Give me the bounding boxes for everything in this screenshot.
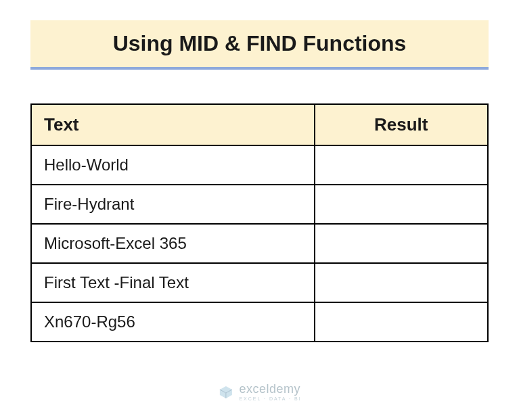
cell-result	[315, 224, 489, 263]
cell-text: Fire-Hydrant	[31, 185, 315, 224]
table-row: Microsoft-Excel 365	[31, 224, 488, 263]
table-row: Xn670-Rg56	[31, 302, 488, 342]
cell-result	[315, 302, 489, 342]
title-banner: Using MID & FIND Functions	[30, 20, 489, 70]
cell-text: Microsoft-Excel 365	[31, 224, 315, 263]
watermark-text: exceldemy EXCEL · DATA · BI	[239, 383, 301, 401]
header-text: Text	[31, 104, 315, 145]
table-row: Hello-World	[31, 145, 488, 185]
exceldemy-logo-icon	[217, 384, 233, 400]
watermark: exceldemy EXCEL · DATA · BI	[217, 383, 301, 401]
cell-text: Hello-World	[31, 145, 315, 185]
table-row: First Text -Final Text	[31, 263, 488, 302]
page-title: Using MID & FIND Functions	[30, 31, 489, 56]
header-result: Result	[315, 104, 489, 145]
cell-text: Xn670-Rg56	[31, 302, 315, 342]
cell-result	[315, 263, 489, 302]
cell-result	[315, 185, 489, 224]
table-header-row: Text Result	[31, 104, 488, 145]
cell-text: First Text -Final Text	[31, 263, 315, 302]
cell-result	[315, 145, 489, 185]
watermark-tagline: EXCEL · DATA · BI	[239, 396, 301, 401]
watermark-brand: exceldemy	[239, 383, 301, 395]
data-table: Text Result Hello-World Fire-Hydrant Mic…	[30, 103, 489, 342]
table-row: Fire-Hydrant	[31, 185, 488, 224]
